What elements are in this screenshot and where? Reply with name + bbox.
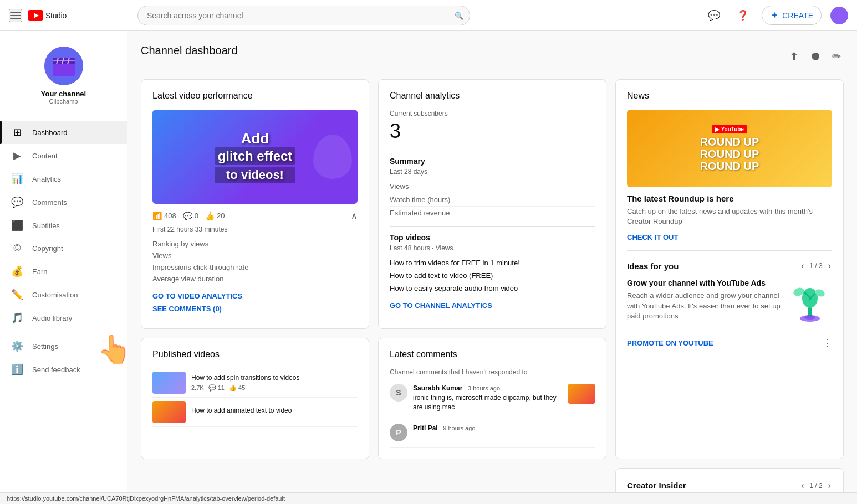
feedback-icon: ℹ️ [11,363,23,376]
earn-icon: 💰 [11,265,23,277]
bar-chart-icon: 📶 [152,212,162,220]
pub-thumb-2[interactable] [152,401,186,423]
help-icon-button[interactable]: ❓ [733,6,753,25]
channel-avatar-graphic [44,47,83,85]
settings-icon: ⚙️ [11,340,23,352]
sidebar-item-dashboard[interactable]: ⊞ Dashboard [0,121,127,144]
ideas-next-button[interactable]: › [827,260,832,272]
search-input[interactable] [137,6,470,25]
check-out-button[interactable]: CHECK IT OUT [627,233,678,241]
comment-text-1: ironic thing is, microsoft made clipcamp… [413,393,563,412]
youtube-icon [28,10,43,21]
creator-next-button[interactable]: › [827,480,832,492]
comment-avatar-1: S [390,384,407,402]
sidebar-item-customisation[interactable]: ✏️ Customisation [0,283,127,306]
sidebar-item-label: Customisation [32,291,78,299]
promote-row: PROMOTE ON YOUTUBE ⋮ [627,330,832,349]
create-button[interactable]: ＋ CREATE [762,6,822,25]
ideas-svg [788,279,832,323]
creator-insider-nav: ‹ 1 / 2 › [800,480,832,492]
top-vid-1[interactable]: How to trim videos for FREE in 1 minute! [390,256,595,269]
ideas-prev-button[interactable]: ‹ [800,260,805,272]
sidebar-item-audio-library[interactable]: 🎵 Audio library [0,306,127,330]
sidebar-item-label: Audio library [32,314,72,322]
top-vid-2[interactable]: How to add text to video (FREE) [390,269,595,282]
roundup-text1: ROUND UP [700,136,759,148]
metric-label-revenue: Estimated revenue [390,209,450,217]
sidebar-item-content[interactable]: ▶ Content [0,144,127,167]
thumb-glitch: glitch effect [215,147,296,165]
views-stat: 📶 408 [152,212,176,220]
sidebar-item-label: Settings [32,342,58,351]
yt-studio-logo[interactable]: Studio [28,10,67,21]
channel-avatar[interactable] [44,47,83,85]
avatar[interactable] [830,7,848,24]
roundup-text2: ROUND UP [700,148,759,160]
ideas-title: Ideas for you [627,261,679,271]
comment-thumb-1[interactable] [568,384,595,404]
header-right: 💬 ❓ ＋ CREATE [704,6,848,25]
comments-stat: 💬 0 [183,212,198,220]
promote-on-youtube-button[interactable]: PROMOTE ON YOUTUBE [627,339,713,347]
video-period: First 22 hours 33 minutes [152,225,358,233]
sidebar-item-analytics[interactable]: 📊 Analytics [0,167,127,191]
sidebar-item-label: Copyright [32,244,63,253]
sidebar-item-send-feedback[interactable]: ℹ️ Send feedback [0,358,127,381]
edit-icon-button[interactable]: ✏ [830,48,844,65]
comment-body-1: Saurabh Kumar 3 hours ago ironic thing i… [413,384,563,412]
top-vid-3[interactable]: How to easily separate audio from video [390,282,595,295]
divider2 [390,226,595,227]
subscriber-count: 3 [390,120,595,143]
pub-vid-title-2: How to add animated text to video [191,407,358,415]
layout: Your channel Clipchamp ⊞ Dashboard ▶ Con… [0,31,857,504]
expand-icon[interactable]: ∧ [351,210,358,221]
news-title-label: News [627,91,832,101]
pub-vid-item-2: How to add animated text to video [152,398,358,427]
pub-thumb-1[interactable] [152,372,186,394]
latest-comments-card: Latest comments Channel comments that I … [378,338,606,459]
svg-point-14 [809,292,813,296]
go-to-video-analytics-button[interactable]: GO TO VIDEO ANALYTICS [152,292,242,300]
creator-prev-button[interactable]: ‹ [800,480,805,492]
subscribers-label: Current subscribers [390,110,595,117]
live-icon-button[interactable]: ⏺ [808,48,823,65]
pub-vid-info-1: How to add spin transitions to videos 2.… [191,374,358,392]
sidebar-item-earn[interactable]: 💰 Earn [0,260,127,283]
ideas-nav: ‹ 1 / 3 › [800,260,832,272]
messages-icon-button[interactable]: 💬 [704,6,724,25]
video-thumbnail[interactable]: Add glitch effect to videos! [152,110,358,204]
comment-time-1: 3 hours ago [468,385,500,392]
news-article-title: The latest Roundup is here [627,194,832,203]
sidebar-item-comments[interactable]: 💬 Comments [0,191,127,214]
ranking-label: Ranking by views [152,240,358,248]
channel-info: Your channel Clipchamp [0,40,127,116]
news-card: News ▶ YouTube ROUND UP ROUND UP ROUND U… [615,79,844,459]
menu-button[interactable] [9,9,22,22]
creator-insider-header: Creator Insider ‹ 1 / 2 › [627,480,832,492]
more-options-button[interactable]: ⋮ [822,337,832,349]
main-content: Channel dashboard ⬆ ⏺ ✏ Latest video per… [127,31,857,504]
comments-description: Channel comments that I haven't responde… [390,368,595,376]
sidebar-item-label: Content [32,152,58,160]
studio-label: Studio [45,11,67,20]
ranking-list: Ranking by views Views Impressions click… [152,240,358,283]
sidebar-item-settings[interactable]: ⚙️ Settings [0,335,127,358]
see-comments-button[interactable]: SEE COMMENTS (0) [152,305,222,313]
analytics-row-watchtime: Watch time (hours) [390,193,595,207]
like-icon: 👍 [205,212,215,220]
sidebar: Your channel Clipchamp ⊞ Dashboard ▶ Con… [0,31,127,504]
sidebar-item-copyright[interactable]: © Copyright [0,237,127,260]
thumb-background: Add glitch effect to videos! [152,110,358,204]
sidebar-item-subtitles[interactable]: ⬛ Subtitles [0,214,127,237]
ideas-header: Ideas for you ‹ 1 / 3 › [627,260,832,272]
comment-time-2: 9 hours ago [443,425,475,431]
pub-vid-title-1: How to add spin transitions to videos [191,374,358,383]
go-to-channel-analytics-button[interactable]: GO TO CHANNEL ANALYTICS [390,301,492,310]
top-videos-section: Top videos Last 48 hours · Views How to … [390,233,595,295]
sidebar-item-label: Comments [32,198,67,207]
page-actions: ⬆ ⏺ ✏ [787,48,844,65]
latest-comments-title: Latest comments [390,349,595,359]
subtitles-icon: ⬛ [11,219,23,232]
ideas-section: Ideas for you ‹ 1 / 3 › Grow your channe… [627,250,832,349]
upload-icon-button[interactable]: ⬆ [787,48,801,65]
